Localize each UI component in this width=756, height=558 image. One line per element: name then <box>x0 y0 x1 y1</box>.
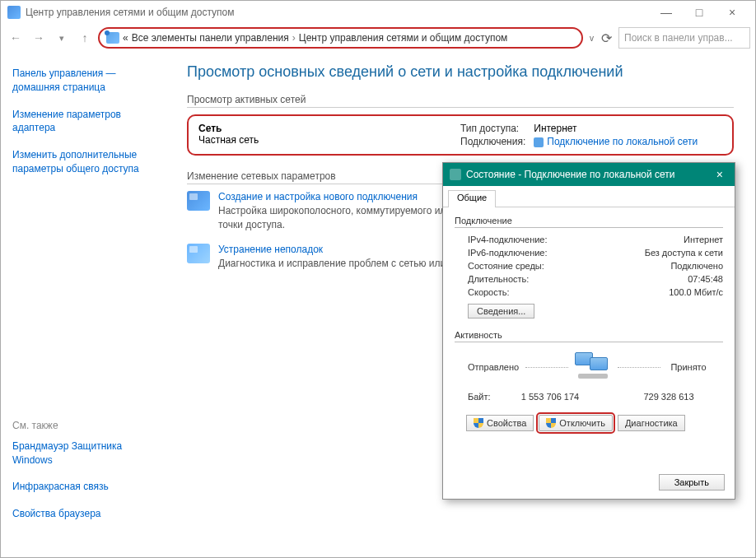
group-connection-label: Подключение <box>455 216 723 226</box>
activity-icon <box>575 352 611 382</box>
see-also-browser[interactable]: Свойства браузера <box>12 507 162 521</box>
breadcrumb[interactable]: « Все элементы панели управления › Центр… <box>98 27 583 49</box>
ipv4-label: IPv4-подключение: <box>468 235 548 244</box>
network-type: Частная сеть <box>198 134 460 146</box>
sidebar-link-home[interactable]: Панель управления — домашняя страница <box>12 67 162 95</box>
speed-label: Скорость: <box>468 287 510 297</box>
status-icon <box>450 169 461 180</box>
dialog-title: Состояние - Подключение по локальной сет… <box>466 169 712 180</box>
troubleshoot-icon <box>187 244 210 263</box>
ipv6-value: Без доступа к сети <box>645 248 723 258</box>
bytes-sent-value: 1 553 706 174 <box>509 392 591 402</box>
page-title: Просмотр основных сведений о сети и наст… <box>187 63 734 81</box>
shield-icon <box>474 418 483 428</box>
up-button[interactable]: ↑ <box>75 28 95 48</box>
duration-label: Длительность: <box>468 274 529 284</box>
history-dropdown-button[interactable]: v <box>590 34 594 43</box>
duration-value: 07:45:48 <box>688 274 723 284</box>
media-state-value: Подключено <box>670 261 723 271</box>
dialog-close-button[interactable]: × <box>712 168 728 181</box>
dialog-ok-button[interactable]: Закрыть <box>659 474 725 491</box>
network-center-window: Центр управления сетями и общим доступом… <box>0 0 756 558</box>
recent-locations-button[interactable]: ▾ <box>52 28 72 48</box>
ipv6-label: IPv6-подключение: <box>468 248 548 258</box>
see-also-header: См. также <box>12 420 162 431</box>
window-close-button[interactable]: × <box>716 1 749 24</box>
sidebar-link-sharing[interactable]: Изменить дополнительные параметры общего… <box>12 148 162 176</box>
breadcrumb-more[interactable]: « <box>123 32 128 44</box>
bytes-received-value: 729 328 613 <box>628 392 710 402</box>
window-title: Центр управления сетями и общим доступом <box>26 7 235 18</box>
network-name: Сеть <box>198 123 460 134</box>
see-also-infrared[interactable]: Инфракрасная связь <box>12 480 162 494</box>
minimize-button[interactable]: — <box>650 1 683 24</box>
search-placeholder: Поиск в панели управ... <box>624 32 733 44</box>
new-connection-icon <box>187 191 210 211</box>
sidebar-link-adapter[interactable]: Изменение параметров адаптера <box>12 108 162 136</box>
dialog-titlebar[interactable]: Состояние - Подключение по локальной сет… <box>443 163 735 186</box>
nav-bar: ← → ▾ ↑ « Все элементы панели управления… <box>1 24 755 52</box>
tab-general[interactable]: Общие <box>448 190 496 207</box>
received-label: Принято <box>667 362 710 372</box>
action-button-row: Свойства Отключить Диагностика <box>455 407 723 431</box>
active-network-box: Сеть Частная сеть Тип доступа: Интернет … <box>187 114 734 156</box>
bytes-label: Байт: <box>468 392 509 402</box>
maximize-button[interactable]: □ <box>683 1 716 24</box>
access-type-label: Тип доступа: <box>460 123 525 134</box>
dialog-tabbar: Общие <box>443 186 735 207</box>
network-center-icon <box>7 6 21 19</box>
title-bar: Центр управления сетями и общим доступом… <box>1 1 755 24</box>
search-input[interactable]: Поиск в панели управ... <box>618 27 750 49</box>
active-networks-header: Просмотр активных сетей <box>187 94 734 105</box>
breadcrumb-item-1[interactable]: Все элементы панели управления <box>132 32 289 44</box>
control-panel-icon <box>106 32 119 44</box>
diagnose-button[interactable]: Диагностика <box>618 415 685 431</box>
connection-icon <box>534 137 544 147</box>
properties-button[interactable]: Свойства <box>466 415 534 431</box>
sent-label: Отправлено <box>468 362 519 372</box>
refresh-button[interactable]: ⟳ <box>597 29 615 47</box>
connection-link[interactable]: Подключение по локальной сети <box>534 136 722 147</box>
group-activity-label: Активность <box>455 330 723 340</box>
dialog-body: Подключение IPv4-подключение:Интернет IP… <box>443 207 735 439</box>
ipv4-value: Интернет <box>684 235 723 244</box>
forward-button[interactable]: → <box>29 28 49 48</box>
access-type-value: Интернет <box>534 123 722 134</box>
sidebar: Панель управления — домашняя страница Из… <box>1 52 174 557</box>
media-state-label: Состояние среды: <box>468 261 544 271</box>
speed-value: 100.0 Мбит/с <box>669 287 723 297</box>
status-dialog: Состояние - Подключение по локальной сет… <box>442 162 735 500</box>
back-button[interactable]: ← <box>6 28 26 48</box>
disable-button[interactable]: Отключить <box>539 415 613 431</box>
chevron-right-icon: › <box>292 32 296 44</box>
see-also-firewall[interactable]: Брандмауэр Защитника Windows <box>12 439 162 467</box>
breadcrumb-item-2[interactable]: Центр управления сетями и общим доступом <box>299 32 508 44</box>
connections-label: Подключения: <box>460 136 525 147</box>
details-button[interactable]: Сведения... <box>468 304 534 319</box>
shield-icon <box>546 418 556 428</box>
